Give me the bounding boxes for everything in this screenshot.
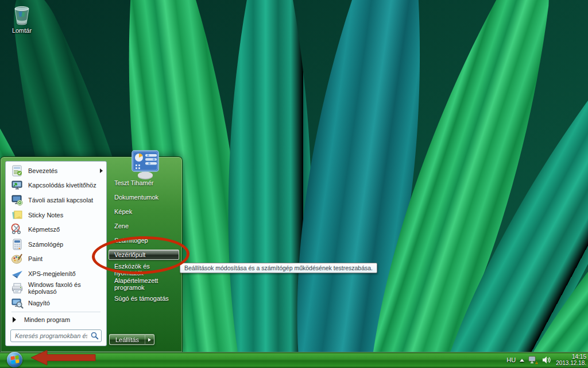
start-menu-places-panel: Teszt Tihamér Dokumentumok Képek Zene Sz… <box>107 157 180 352</box>
menu-item-label: Eszközök és nyomtatók <box>114 263 180 277</box>
paint-icon <box>10 252 24 266</box>
getting-started-icon <box>10 164 24 178</box>
menu-item-label: Zene <box>114 223 129 229</box>
fax-scan-icon <box>10 281 24 295</box>
taskbar: HU 14:15 2013.12.18. <box>0 352 588 368</box>
menu-item-label: Windows faxoló és képolvasó <box>28 281 103 295</box>
menu-item-label: Dokumentumok <box>114 194 158 201</box>
recycle-bin[interactable]: Lomtár <box>3 5 40 34</box>
search-input[interactable] <box>10 329 102 342</box>
recycle-bin-icon <box>11 5 32 26</box>
start-search <box>10 329 102 342</box>
menu-item-label: Nagyító <box>28 300 50 306</box>
menu-item-music[interactable]: Zene <box>107 218 180 233</box>
show-hidden-icons-icon[interactable] <box>520 359 524 362</box>
menu-item-control-panel-highlighted[interactable]: Vezérlőpult <box>109 250 179 260</box>
menu-item-label: Számítógép <box>114 237 148 244</box>
start-menu-programs-panel: Bevezetés Kapcsolódás kivetítőhöz Távoli… <box>5 161 107 346</box>
remote-desktop-icon <box>10 193 24 207</box>
windows-logo-icon <box>10 355 19 364</box>
menu-item-devices-printers[interactable]: Eszközök és nyomtatók <box>107 262 180 277</box>
recycle-bin-label: Lomtár <box>12 27 32 34</box>
all-programs-button[interactable]: Minden program <box>6 313 106 327</box>
xps-viewer-icon <box>10 267 24 281</box>
menu-item-label: Bevezetés <box>28 167 57 174</box>
menu-item-label: Alapértelmezett programok <box>114 277 180 291</box>
clock-date: 2013.12.18. <box>556 360 586 367</box>
menu-item-fax-scan[interactable]: Windows faxoló és képolvasó <box>6 281 106 296</box>
shutdown-options-button[interactable] <box>145 334 154 345</box>
menu-item-label: Távoli asztali kapcsolat <box>28 197 93 204</box>
menu-item-label: Súgó és támogatás <box>114 295 169 302</box>
menu-item-default-programs[interactable]: Alapértelmezett programok <box>107 277 180 291</box>
menu-item-label: Sticky Notes <box>28 212 63 218</box>
menu-item-xps-viewer[interactable]: XPS-megjelenítő <box>6 266 106 281</box>
system-tray: HU 14:15 2013.12.18. <box>506 352 586 368</box>
menu-item-label: Képmetsző <box>28 226 60 233</box>
start-button[interactable] <box>7 352 22 367</box>
control-panel-tooltip: Beállítások módosítása és a számítógép m… <box>180 263 377 273</box>
menu-item-label: Kapcsolódás kivetítőhöz <box>28 182 96 189</box>
shutdown-button[interactable]: Leállítás <box>109 334 145 345</box>
calculator-icon <box>10 237 24 251</box>
menu-item-pictures[interactable]: Képek <box>107 204 180 218</box>
menu-item-user-name[interactable]: Teszt Tihamér <box>107 175 180 190</box>
clock-time: 14:15 <box>556 354 586 361</box>
all-programs-arrow-icon <box>13 317 16 323</box>
menu-item-remote-desktop[interactable]: Távoli asztali kapcsolat <box>6 193 106 208</box>
menu-item-label: XPS-megjelenítő <box>28 270 76 277</box>
start-menu: Bevezetés Kapcsolódás kivetítőhöz Távoli… <box>0 156 183 352</box>
menu-item-computer[interactable]: Számítógép <box>107 233 180 247</box>
menu-item-paint[interactable]: Paint <box>6 251 106 266</box>
menu-item-snipping-tool[interactable]: Képmetsző <box>6 222 106 237</box>
menu-item-label: Paint <box>28 255 42 262</box>
shutdown-options-arrow-icon <box>148 338 151 342</box>
menu-item-help-support[interactable]: Súgó és támogatás <box>107 291 180 305</box>
taskbar-clock[interactable]: 14:15 2013.12.18. <box>556 354 586 367</box>
magnifier-icon <box>10 296 24 310</box>
projector-icon <box>10 178 24 192</box>
shutdown-label: Leállítás <box>115 336 139 343</box>
submenu-arrow-icon <box>100 168 103 173</box>
menu-item-label: Vezérlőpult <box>114 251 145 258</box>
menu-item-sticky-notes[interactable]: Sticky Notes <box>6 208 106 223</box>
speaker-icon[interactable] <box>542 356 551 364</box>
network-warning-icon[interactable] <box>528 356 538 365</box>
snipping-tool-icon <box>10 223 24 236</box>
menu-separator <box>11 312 100 312</box>
menu-item-label: Teszt Tihamér <box>114 179 153 186</box>
menu-item-connect-projector[interactable]: Kapcsolódás kivetítőhöz <box>6 178 106 193</box>
menu-item-getting-started[interactable]: Bevezetés <box>6 163 106 178</box>
desktop: Lomtár Bevezetés <box>0 0 588 368</box>
language-indicator[interactable]: HU <box>506 356 516 363</box>
sticky-notes-icon <box>10 208 24 222</box>
menu-item-magnifier[interactable]: Nagyító <box>6 296 106 310</box>
menu-item-label: Képek <box>114 208 132 215</box>
menu-item-calculator[interactable]: Számológép <box>6 237 106 252</box>
tooltip-text: Beállítások módosítása és a számítógép m… <box>184 264 373 271</box>
menu-item-documents[interactable]: Dokumentumok <box>107 190 180 204</box>
menu-item-label: Számológép <box>28 241 63 248</box>
all-programs-label: Minden program <box>24 316 70 323</box>
shutdown-control: Leállítás <box>109 334 154 345</box>
search-icon <box>91 332 99 340</box>
